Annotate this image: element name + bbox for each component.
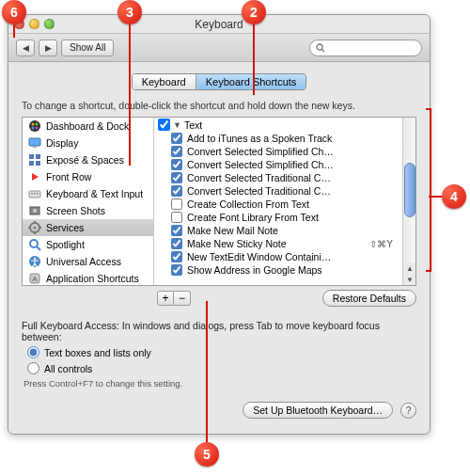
service-checkbox[interactable] [171, 146, 182, 157]
service-label: Convert Selected Simplified Ch… [187, 146, 334, 157]
service-row[interactable]: New TextEdit Window Containi… [154, 250, 402, 263]
bluetooth-keyboard-button[interactable]: Set Up Bluetooth Keyboard… [243, 402, 393, 419]
category-expose[interactable]: Exposé & Spaces [23, 151, 153, 168]
fka-subhint: Press Control+F7 to change this setting. [24, 378, 416, 389]
service-row[interactable]: Convert Selected Simplified Ch… [154, 145, 402, 158]
shortcut-panes: Dashboard & DockDisplayExposé & SpacesFr… [22, 117, 416, 286]
service-label: Convert Selected Simplified Ch… [187, 159, 334, 170]
display-icon [28, 136, 41, 150]
service-checkbox[interactable] [171, 251, 182, 262]
search-input[interactable] [329, 42, 414, 53]
service-row[interactable]: Add to iTunes as a Spoken Track [154, 132, 402, 145]
svg-point-19 [33, 209, 37, 213]
svg-line-27 [37, 246, 40, 250]
service-checkbox[interactable] [171, 238, 182, 249]
svg-line-1 [321, 49, 324, 52]
service-shortcut: ⇧⌘Y [369, 239, 399, 249]
service-checkbox[interactable] [171, 264, 182, 276]
fka-radio-2[interactable] [27, 362, 39, 374]
svg-point-3 [32, 123, 35, 126]
service-row[interactable]: Convert Selected Simplified Ch… [154, 158, 402, 171]
service-checkbox[interactable] [171, 172, 182, 183]
category-dashboard[interactable]: Dashboard & Dock [23, 118, 153, 135]
tab-keyboard-shortcuts[interactable]: Keyboard Shortcuts [196, 74, 306, 89]
service-checkbox[interactable] [171, 212, 182, 223]
group-header-text[interactable]: ▼ Text [154, 118, 402, 132]
scroll-thumb[interactable] [404, 163, 415, 217]
svg-point-2 [29, 120, 40, 132]
category-label: Screen Shots [46, 205, 105, 216]
scroll-down-arrow-icon[interactable]: ▼ [403, 274, 415, 285]
fka-option-all[interactable]: All controls [27, 362, 416, 374]
keyboard-icon [28, 187, 41, 200]
service-checkbox[interactable] [171, 159, 182, 170]
category-universal[interactable]: Universal Access [23, 253, 153, 270]
category-spotlight[interactable]: Spotlight [23, 236, 153, 253]
services-icon [28, 221, 41, 234]
svg-rect-15 [31, 193, 33, 195]
category-label: Universal Access [46, 256, 121, 267]
service-label: New TextEdit Window Containi… [187, 251, 331, 262]
show-all-button[interactable]: Show All [61, 40, 114, 56]
service-row[interactable]: Convert Selected Traditional C… [154, 171, 402, 184]
service-row[interactable]: Show Address in Google Maps [154, 263, 402, 277]
svg-rect-8 [33, 146, 37, 148]
svg-point-29 [34, 258, 36, 260]
svg-text:A: A [32, 275, 38, 283]
service-row[interactable]: Create Collection From Text [154, 198, 402, 211]
category-label: Display [46, 137, 78, 149]
svg-point-21 [34, 227, 37, 230]
restore-defaults-button[interactable]: Restore Defaults [322, 290, 416, 307]
category-label: Spotlight [46, 239, 85, 250]
svg-point-26 [30, 240, 38, 247]
add-remove-buttons: + − [157, 291, 191, 306]
toolbar: ◀ ▶ Show All [8, 34, 430, 62]
fka-radio-1[interactable] [27, 346, 39, 358]
service-checkbox[interactable] [171, 185, 182, 197]
service-checkbox[interactable] [171, 133, 182, 144]
category-list[interactable]: Dashboard & DockDisplayExposé & SpacesFr… [23, 118, 154, 285]
expose-icon [28, 153, 41, 167]
tab-keyboard[interactable]: Keyboard [133, 74, 196, 89]
svg-rect-12 [36, 161, 40, 166]
add-button[interactable]: + [157, 291, 174, 306]
back-button[interactable]: ◀ [16, 40, 35, 56]
help-button[interactable]: ? [400, 403, 416, 419]
svg-rect-17 [37, 193, 39, 195]
instruction-text: To change a shortcut, double-click the s… [22, 100, 416, 111]
category-frontrow[interactable]: Front Row [23, 168, 153, 185]
universal-icon [28, 255, 41, 268]
category-services[interactable]: Services [23, 219, 153, 236]
window-title: Keyboard [8, 18, 430, 31]
group-checkbox[interactable] [158, 119, 170, 131]
fka-option-textboxes[interactable]: Text boxes and lists only [27, 346, 416, 358]
annotation-bracket-4 [426, 108, 431, 272]
service-row[interactable]: Create Font Library From Text [154, 211, 402, 224]
fka-prompt: Full Keyboard Access: In windows and dia… [22, 320, 416, 342]
disclosure-triangle-icon[interactable]: ▼ [173, 120, 181, 130]
remove-button[interactable]: − [174, 291, 191, 306]
vertical-scrollbar[interactable]: ▲ ▼ [402, 118, 415, 285]
service-list[interactable]: ▼ Text Add to iTunes as a Spoken TrackCo… [154, 118, 402, 285]
service-row[interactable]: Convert Selected Traditional C… [154, 184, 402, 198]
service-label: Create Font Library From Text [187, 212, 319, 223]
category-display[interactable]: Display [23, 135, 153, 151]
scroll-up-arrow-icon[interactable]: ▲ [403, 262, 415, 274]
svg-rect-11 [29, 161, 34, 166]
svg-rect-10 [36, 154, 40, 159]
search-field[interactable] [309, 40, 422, 56]
svg-point-0 [317, 44, 322, 50]
service-row[interactable]: Make New Sticky Note⇧⌘Y [154, 237, 402, 250]
service-label: Make New Mail Note [187, 225, 278, 236]
callout-2: 2 [242, 0, 266, 24]
category-keyboard[interactable]: Keyboard & Text Input [23, 185, 153, 202]
forward-button[interactable]: ▶ [39, 40, 57, 56]
category-screenshots[interactable]: Screen Shots [23, 202, 153, 219]
service-checkbox[interactable] [171, 225, 182, 236]
service-checkbox[interactable] [171, 198, 182, 210]
service-row[interactable]: Make New Mail Note [154, 224, 402, 237]
appshort-icon: A [28, 272, 41, 285]
category-appshort[interactable]: AApplication Shortcuts [23, 270, 153, 285]
svg-point-5 [32, 127, 35, 130]
callout-3: 3 [118, 0, 142, 24]
